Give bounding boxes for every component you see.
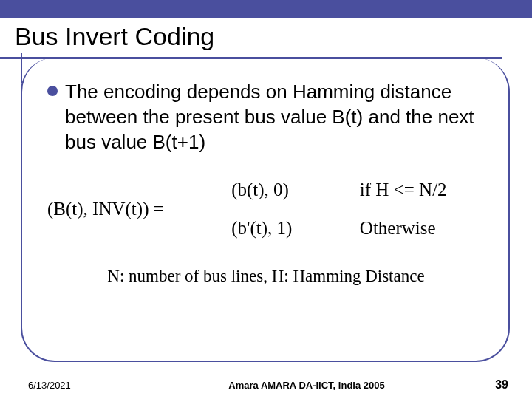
footer: 6/13/2021 Amara AMARA DA-IICT, India 200…: [0, 378, 532, 392]
bullet-icon: [47, 86, 58, 96]
formula-case-1: (b(t), 0): [231, 180, 330, 200]
footer-attribution: Amara AMARA DA-IICT, India 2005: [133, 380, 480, 391]
bullet-text: The encoding depends on Hamming distance…: [65, 80, 485, 154]
formula-case-2: (b'(t), 1): [231, 218, 330, 239]
formula-lhs: (B(t), INV(t)) =: [47, 199, 202, 219]
accent-bar: [0, 0, 532, 18]
frame-connector: [21, 53, 22, 83]
formula-grid: (B(t), INV(t)) = (b(t), 0) if H <= N/2 (…: [47, 180, 485, 239]
bullet-item: The encoding depends on Hamming distance…: [47, 80, 485, 154]
footer-date: 6/13/2021: [0, 380, 133, 391]
formula-block: (B(t), INV(t)) = (b(t), 0) if H <= N/2 (…: [47, 180, 485, 239]
formula-condition-2: Otherwise: [360, 218, 485, 239]
legend-note: N: number of bus lines, H: Hamming Dista…: [47, 267, 485, 286]
page-number: 39: [480, 378, 532, 392]
formula-condition-1: if H <= N/2: [360, 180, 485, 200]
content-area: The encoding depends on Hamming distance…: [47, 80, 485, 286]
title-row: Bus Invert Coding: [0, 18, 532, 54]
slide-title: Bus Invert Coding: [15, 22, 517, 51]
